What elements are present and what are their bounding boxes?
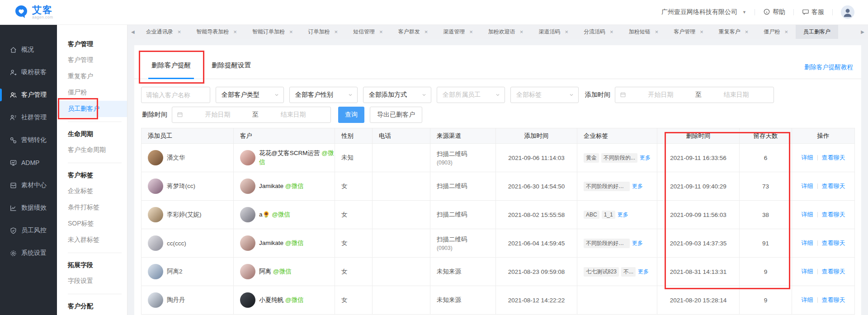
delete-time-range-picker[interactable]: 开始日期 至 结束日期	[172, 107, 331, 123]
tabbar-tab[interactable]: 客户管理×	[666, 25, 711, 39]
submenu-item-field-settings[interactable]: 字段设置	[57, 273, 127, 289]
sidebar-item-community-management[interactable]: 社群管理	[0, 106, 57, 129]
tabbar-tab[interactable]: 加粉欢迎语×	[481, 25, 531, 39]
sidebar-item-data-performance[interactable]: 数据绩效	[0, 197, 57, 219]
more-tags-link[interactable]: 更多	[632, 183, 643, 190]
deleted-time: 2021-09-11 09:40:29	[657, 172, 740, 201]
detail-link[interactable]: 详细	[802, 154, 813, 162]
submenu-item-customer-lifecycle[interactable]: 客户生命周期	[57, 142, 127, 158]
query-button[interactable]: 查询	[338, 107, 364, 123]
close-icon[interactable]: ×	[425, 29, 428, 35]
retention-days: 38	[740, 201, 792, 229]
sidebar-item-employee-risk[interactable]: 员工风控	[0, 219, 57, 242]
more-tags-link[interactable]: 更多	[618, 211, 628, 219]
sidebar-item-marketing-conversion[interactable]: 营销转化	[0, 129, 57, 151]
retention-days: 9	[740, 258, 792, 286]
customer-type-select[interactable]: 全部客户类型	[216, 87, 284, 103]
tab-delete-reminder-settings[interactable]: 删除提醒设置	[212, 52, 251, 79]
close-icon[interactable]: ×	[610, 29, 613, 35]
tabbar-tab[interactable]: 渠道活码×	[531, 25, 576, 39]
company-name: 广州壹豆网络科技有限公司	[661, 8, 737, 16]
tags-select[interactable]: 全部标签	[510, 87, 579, 103]
close-icon[interactable]: ×	[745, 29, 749, 35]
submenu-item-enterprise-tags[interactable]: 企业标签	[57, 183, 127, 199]
table-header-row: 添加员工 客户 性别 电话 来源渠道 添加时间 企业标签 删除时间 留存天数 操…	[142, 128, 855, 144]
view-chat-link[interactable]: 查看聊天	[822, 268, 845, 276]
sidebar-item-material-center[interactable]: 素材中心	[0, 174, 57, 197]
employee-avatar	[148, 150, 163, 165]
view-chat-link[interactable]: 查看聊天	[822, 239, 845, 247]
detail-link[interactable]: 详细	[802, 182, 813, 190]
user-avatar[interactable]	[841, 5, 854, 19]
customer-gender-select[interactable]: 全部客户性别	[289, 87, 358, 103]
sidebar-item-admp[interactable]: ADMP	[0, 151, 57, 174]
submenu-item-duplicate-customers[interactable]: 重复客户	[57, 68, 127, 85]
tabbar-tab[interactable]: 分流活码×	[576, 25, 621, 39]
detail-link[interactable]: 详细	[802, 211, 813, 219]
tabbar-tab[interactable]: 加粉短链×	[621, 25, 666, 39]
submenu-item-conditional-tagging[interactable]: 条件打标签	[57, 199, 127, 216]
tabbar-tab[interactable]: 智能导表加粉×	[189, 25, 245, 39]
detail-link[interactable]: 详细	[802, 296, 813, 304]
detail-link[interactable]: 详细	[802, 239, 813, 247]
tabbar-tab[interactable]: 僵尸粉×	[756, 25, 796, 39]
employee-avatar	[148, 235, 163, 251]
more-tags-link[interactable]: 更多	[640, 154, 651, 162]
close-icon[interactable]: ×	[289, 29, 293, 35]
close-icon[interactable]: ×	[565, 29, 568, 35]
scroll-right-icon[interactable]: ▶	[857, 25, 868, 39]
submenu-item-not-in-group-tags[interactable]: 未入群标签	[57, 232, 127, 248]
tabbar-tab[interactable]: 重复客户×	[711, 25, 756, 39]
export-deleted-customers-button[interactable]: 导出已删客户	[370, 107, 422, 123]
close-icon[interactable]: ×	[784, 29, 788, 35]
tabbar-tab[interactable]: 渠道管理×	[435, 25, 481, 39]
tab-delete-customer-reminder[interactable]: 删除客户提醒	[151, 52, 191, 79]
view-chat-link[interactable]: 查看聊天	[822, 182, 845, 190]
help-label: 帮助	[773, 8, 785, 16]
close-icon[interactable]: ×	[233, 29, 237, 35]
submenu-item-customer-management[interactable]: 客户管理	[57, 52, 127, 68]
close-icon[interactable]: ×	[520, 29, 524, 35]
submenu-item-zombie-fans[interactable]: 僵尸粉	[57, 85, 127, 101]
secondary-sidebar: 客户管理 客户管理 重复客户 僵尸粉 员工删客户 生命周期 客户生命周期 客户标…	[57, 25, 127, 315]
close-icon[interactable]: ×	[334, 29, 338, 35]
help-button[interactable]: 帮助	[763, 8, 785, 17]
view-chat-link[interactable]: 查看聊天	[822, 296, 845, 304]
sidebar-item-acquire-fans[interactable]: 吸粉获客	[0, 61, 57, 84]
owner-employee-select[interactable]: 全部所属员工	[437, 87, 505, 103]
close-icon[interactable]: ×	[178, 29, 181, 35]
sidebar-item-overview[interactable]: 概况	[0, 38, 57, 61]
submenu-item-employee-deleted-customers[interactable]: 员工删客户	[57, 101, 127, 117]
phone-value	[373, 144, 430, 172]
company-dropdown[interactable]: 广州壹豆网络科技有限公司 ▼	[661, 8, 746, 16]
tag-chip: 不同阶段的...	[601, 153, 637, 163]
tabbar-tab[interactable]: 企业通讯录×	[138, 25, 189, 39]
view-chat-link[interactable]: 查看聊天	[822, 154, 845, 162]
customer-name-input[interactable]	[146, 91, 205, 99]
employee-name: 蒋梦琦(cc)	[167, 182, 195, 190]
add-time-range-picker[interactable]: 开始日期 至 结束日期	[615, 87, 774, 103]
close-icon[interactable]: ×	[700, 29, 703, 35]
more-tags-link[interactable]: 更多	[638, 268, 649, 276]
customer-service-button[interactable]: 客服	[802, 8, 824, 17]
table-row: 陶丹丹 小夏纯帆 @微信 女 未知来源 2021-08-12 14:22:22 …	[142, 286, 855, 315]
tabbar-tab-active[interactable]: 员工删客户	[796, 25, 838, 39]
sidebar-item-system-settings[interactable]: 系统设置	[0, 242, 57, 264]
close-icon[interactable]: ×	[655, 29, 659, 35]
tabbar-tab[interactable]: 短信管理×	[345, 25, 391, 39]
scroll-left-icon[interactable]: ◀	[127, 25, 138, 39]
tabbar-tab[interactable]: 订单加粉×	[300, 25, 345, 39]
tabbar-tab[interactable]: 智能订单加粉×	[245, 25, 301, 39]
detail-link[interactable]: 详细	[802, 268, 813, 276]
submenu-item-sop-tags[interactable]: SOP标签	[57, 216, 127, 232]
brand-logo[interactable]: 艾客 aagen.com	[14, 4, 53, 21]
add-method-select[interactable]: 全部添加方式	[363, 87, 431, 103]
sidebar-item-customer-management[interactable]: 客户管理	[0, 84, 57, 106]
close-icon[interactable]: ×	[469, 29, 473, 35]
tutorial-link[interactable]: 删除客户提醒教程	[804, 63, 853, 71]
close-icon[interactable]: ×	[379, 29, 383, 35]
start-date-placeholder: 开始日期	[628, 91, 693, 99]
tabbar-tab[interactable]: 客户群发×	[391, 25, 436, 39]
more-tags-link[interactable]: 更多	[632, 240, 643, 247]
view-chat-link[interactable]: 查看聊天	[822, 211, 845, 219]
